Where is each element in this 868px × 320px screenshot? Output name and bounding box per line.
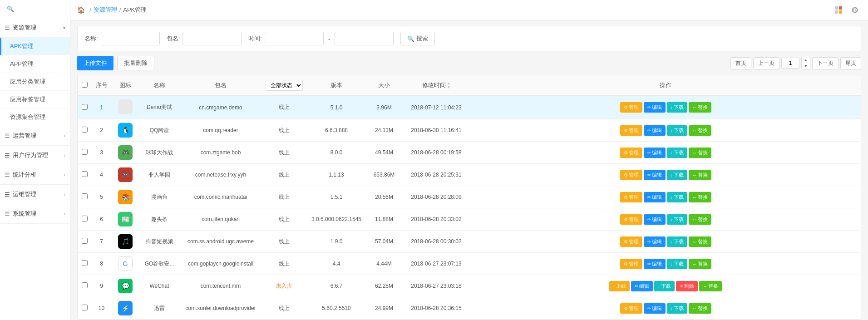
page-number-input[interactable] <box>781 58 799 69</box>
sidebar-item-app[interactable]: APP管理 <box>0 55 70 73</box>
time-sort[interactable]: 修改时间 ▲▼ <box>422 81 451 89</box>
status-badge: 线上 <box>279 127 290 133</box>
name-input[interactable] <box>101 32 160 45</box>
btn-edit[interactable]: ✏编辑 <box>644 236 666 247</box>
row-checkbox[interactable] <box>82 260 88 266</box>
btn-online[interactable]: ↑上线 <box>609 281 630 291</box>
btn-edit[interactable]: ✏编辑 <box>644 170 666 180</box>
sidebar-group-stats[interactable]: ☰ 统计分析 › <box>0 165 70 185</box>
btn-edit[interactable]: ✏编辑 <box>644 303 666 314</box>
btn-replace[interactable]: ↔替换 <box>689 170 711 180</box>
btn-download[interactable]: ↓下载 <box>667 102 687 113</box>
btn-edit[interactable]: ✏编辑 <box>644 148 666 158</box>
sidebar-group-ops-mgmt[interactable]: ☰ 运维管理 › <box>0 185 70 204</box>
btn-manage[interactable]: ⚙管理 <box>620 214 642 225</box>
btn-replace[interactable]: ↔替换 <box>689 148 711 158</box>
btn-edit[interactable]: ✏编辑 <box>644 125 666 136</box>
online-icon: ↑ <box>613 284 615 289</box>
row-checkbox[interactable] <box>82 104 88 110</box>
col-time-header[interactable]: 修改时间 ▲▼ <box>402 75 470 96</box>
row-checkbox[interactable] <box>82 282 88 288</box>
btn-manage[interactable]: ⚙管理 <box>620 303 642 314</box>
prev-page-button[interactable]: 上一页 <box>753 57 779 69</box>
online-label: 上线 <box>616 283 626 290</box>
version-cell: 5.1.0 <box>307 96 366 119</box>
btn-manage[interactable]: ⚙管理 <box>620 102 642 113</box>
btn-replace[interactable]: ↔替换 <box>689 259 711 269</box>
btn-download[interactable]: ↓下载 <box>667 259 687 269</box>
page-down-arrow[interactable]: ▼ <box>802 63 810 69</box>
btn-manage[interactable]: ⚙管理 <box>620 192 642 202</box>
next-page-button[interactable]: 下一页 <box>812 57 838 69</box>
btn-edit[interactable]: ✏编辑 <box>631 281 653 291</box>
sidebar-group-system[interactable]: ☰ 系统管理 › <box>0 204 70 224</box>
btn-manage[interactable]: ⚙管理 <box>620 125 642 136</box>
sidebar-item-app-category[interactable]: 应用分类管理 <box>0 73 70 91</box>
row-checkbox[interactable] <box>82 238 88 244</box>
pkg-cell: com.ss.android.ugc.aweme <box>180 231 261 253</box>
btn-download[interactable]: ↓下载 <box>667 125 687 136</box>
row-checkbox[interactable] <box>82 171 88 177</box>
btn-download[interactable]: ↓下载 <box>667 236 687 247</box>
first-page-button[interactable]: 首页 <box>730 57 751 69</box>
pkg-input[interactable] <box>182 32 242 45</box>
upload-button[interactable]: 上传文件 <box>77 56 113 70</box>
sidebar-item-apk[interactable]: APK管理 <box>0 38 70 55</box>
seq-link[interactable]: 1 <box>100 104 103 111</box>
sidebar-search[interactable]: 🔍 <box>0 0 70 18</box>
status-filter-select[interactable]: 全部状态 线上 未入库 <box>266 80 303 91</box>
edit-icon: ✏ <box>647 150 651 155</box>
page-up-arrow[interactable]: ▲ <box>802 57 810 63</box>
sidebar-item-resource-collection[interactable]: 资源集合管理 <box>0 108 70 126</box>
btn-download[interactable]: ↓下载 <box>667 303 687 314</box>
status-badge: 线上 <box>279 194 290 200</box>
btn-replace[interactable]: ↔替换 <box>689 102 711 113</box>
btn-replace[interactable]: ↔替换 <box>689 125 711 136</box>
batch-delete-button[interactable]: 批量删除 <box>117 56 154 70</box>
time-start-input[interactable] <box>265 32 324 45</box>
delete-icon: ✕ <box>680 284 683 289</box>
btn-download[interactable]: ↓下载 <box>667 148 687 158</box>
sidebar-group-operations[interactable]: ☰ 运营管理 › <box>0 126 70 146</box>
btn-manage[interactable]: ⚙管理 <box>620 148 642 158</box>
status-cell: 线上 <box>261 119 307 142</box>
btn-manage[interactable]: ⚙管理 <box>620 259 642 269</box>
btn-manage[interactable]: ⚙管理 <box>620 236 642 247</box>
row-checkbox[interactable] <box>82 216 88 222</box>
time-end-input[interactable] <box>335 32 394 45</box>
table-row: 6📰趣头条com.jifen.qukan线上3.0.6.000.0622.154… <box>78 208 861 231</box>
version-cell: 1.1.13 <box>307 164 366 186</box>
btn-replace[interactable]: ↔替换 <box>689 214 711 225</box>
btn-edit[interactable]: ✏编辑 <box>644 259 666 269</box>
search-button[interactable]: 🔍 搜索 <box>400 32 435 45</box>
select-all-checkbox[interactable] <box>82 82 88 88</box>
btn-delete[interactable]: ✕删除 <box>676 281 698 291</box>
btn-edit[interactable]: ✏编辑 <box>644 102 666 113</box>
btn-edit[interactable]: ✏编辑 <box>644 214 666 225</box>
breadcrumb-resources[interactable]: 资源管理 <box>94 6 117 14</box>
btn-manage[interactable]: ⚙管理 <box>620 170 642 180</box>
grid-icon-btn[interactable] <box>832 4 845 16</box>
btn-download[interactable]: ↓下载 <box>667 214 687 225</box>
last-page-button[interactable]: 尾页 <box>840 57 861 69</box>
row-checkbox[interactable] <box>82 305 88 310</box>
row-checkbox[interactable] <box>82 149 88 155</box>
btn-edit[interactable]: ✏编辑 <box>644 192 666 202</box>
row-checkbox[interactable] <box>82 193 88 199</box>
search-icon: 🔍 <box>7 5 14 12</box>
btn-replace[interactable]: ↔替换 <box>689 303 711 314</box>
sidebar-group-user-behavior[interactable]: ☰ 用户行为管理 › <box>0 146 70 165</box>
btn-replace[interactable]: ↔替换 <box>689 192 711 202</box>
gear-icon-btn[interactable] <box>848 4 861 16</box>
btn-download[interactable]: ↓下载 <box>667 170 687 180</box>
btn-download[interactable]: ↓下载 <box>654 281 675 291</box>
home-icon[interactable]: 🏠 <box>77 6 85 14</box>
status-cell: 线上 <box>261 297 307 320</box>
btn-replace[interactable]: ↔替换 <box>689 236 711 247</box>
col-status-header[interactable]: 全部状态 线上 未入库 <box>261 75 307 96</box>
btn-replace[interactable]: ↔替换 <box>699 281 722 291</box>
sidebar-item-app-tag[interactable]: 应用标签管理 <box>0 91 70 108</box>
row-checkbox[interactable] <box>82 127 88 133</box>
sidebar-group-resources[interactable]: ☰ 资源管理 ▾ <box>0 18 70 38</box>
btn-download[interactable]: ↓下载 <box>667 192 687 202</box>
